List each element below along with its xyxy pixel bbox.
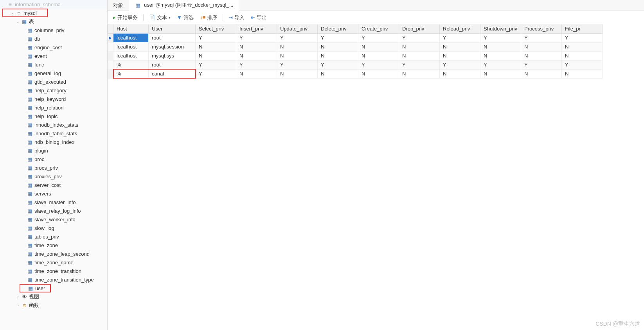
tree-table-server_cost[interactable]: server_cost xyxy=(0,181,107,189)
cell-priv[interactable]: N xyxy=(277,51,318,60)
table-row[interactable]: localhostmysql.sysNNNNNNNNNN xyxy=(108,51,603,60)
tab-objects[interactable]: 对象 xyxy=(108,0,129,11)
cell-priv[interactable]: N xyxy=(440,51,480,60)
filter-button[interactable]: ▼ 筛选 xyxy=(174,13,196,22)
column-header[interactable]: User xyxy=(149,24,196,33)
cell-host[interactable]: localhost xyxy=(113,42,149,51)
tree-table-help_category[interactable]: help_category xyxy=(0,86,107,95)
tree-table-proxies_priv[interactable]: proxies_priv xyxy=(0,172,107,181)
tab-user-table[interactable]: user @mysql (阿里云_docker_mysql_... xyxy=(129,0,239,11)
column-header[interactable]: Delete_priv xyxy=(318,24,358,33)
tree-db-mysql[interactable]: mysql xyxy=(2,9,48,17)
cell-priv[interactable]: N xyxy=(480,51,521,60)
tree-table-plugin[interactable]: plugin xyxy=(0,146,107,155)
cell-priv[interactable]: Y xyxy=(318,33,358,42)
cell-priv[interactable]: Y xyxy=(521,33,562,42)
cell-priv[interactable]: N xyxy=(521,69,562,78)
cell-priv[interactable]: N xyxy=(521,42,562,51)
cell-user[interactable]: root xyxy=(149,60,196,69)
cell-priv[interactable]: Y xyxy=(480,60,521,69)
tree-table-user[interactable]: user xyxy=(20,284,51,292)
column-header[interactable]: Drop_priv xyxy=(399,24,440,33)
cell-host[interactable]: % xyxy=(113,69,149,78)
table-row[interactable]: %canalYNNNNNNNNN xyxy=(108,69,603,78)
tree-table-slave_master_info[interactable]: slave_master_info xyxy=(0,198,107,206)
tree-table-db[interactable]: db xyxy=(0,34,107,43)
cell-priv[interactable]: N xyxy=(480,69,521,78)
cell-priv[interactable]: N xyxy=(399,51,440,60)
cell-priv[interactable]: N xyxy=(562,51,603,60)
cell-priv[interactable]: N xyxy=(236,69,277,78)
tree-table-time_zone_transition_type[interactable]: time_zone_transition_type xyxy=(0,275,107,284)
cell-priv[interactable]: N xyxy=(358,42,399,51)
column-header[interactable]: Insert_priv xyxy=(236,24,277,33)
tree-table-help_topic[interactable]: help_topic xyxy=(0,112,107,120)
tree-table-slave_relay_log_info[interactable]: slave_relay_log_info xyxy=(0,206,107,215)
tree-table-event[interactable]: event xyxy=(0,52,107,60)
cell-user[interactable]: mysql.sys xyxy=(149,51,196,60)
tree-table-time_zone[interactable]: time_zone xyxy=(0,241,107,249)
tree-table-help_relation[interactable]: help_relation xyxy=(0,103,107,112)
column-header[interactable]: Reload_priv xyxy=(440,24,480,33)
cell-priv[interactable]: Y xyxy=(521,60,562,69)
tree-table-engine_cost[interactable]: engine_cost xyxy=(0,43,107,52)
tree-table-columns_priv[interactable]: columns_priv xyxy=(0,26,107,34)
cell-priv[interactable]: N xyxy=(562,69,603,78)
tree-db-information-schema[interactable]: information_schema xyxy=(0,0,107,9)
tree-table-tables_priv[interactable]: tables_priv xyxy=(0,232,107,241)
cell-priv[interactable]: N xyxy=(318,51,358,60)
cell-host[interactable]: localhost xyxy=(113,33,149,42)
cell-host[interactable]: localhost xyxy=(113,51,149,60)
cell-priv[interactable]: Y xyxy=(440,60,480,69)
cell-priv[interactable]: Y xyxy=(318,60,358,69)
tree-table-procs_priv[interactable]: procs_priv xyxy=(0,163,107,172)
cell-priv[interactable]: Y xyxy=(399,33,440,42)
tree-table-servers[interactable]: servers xyxy=(0,189,107,198)
data-grid-container[interactable]: HostUserSelect_privInsert_privUpdate_pri… xyxy=(108,24,644,330)
tree-table-func[interactable]: func xyxy=(0,60,107,69)
cell-priv[interactable]: N xyxy=(277,69,318,78)
cell-priv[interactable]: Y xyxy=(358,33,399,42)
tree-table-gtid_executed[interactable]: gtid_executed xyxy=(0,77,107,86)
cell-priv[interactable]: Y xyxy=(358,60,399,69)
cell-priv[interactable]: Y xyxy=(440,33,480,42)
cell-user[interactable]: mysql.session xyxy=(149,42,196,51)
cell-priv[interactable]: N xyxy=(318,69,358,78)
cell-priv[interactable]: Y xyxy=(562,60,603,69)
column-header[interactable]: Shutdown_priv xyxy=(480,24,521,33)
cell-priv[interactable]: N xyxy=(196,42,236,51)
cell-priv[interactable]: N xyxy=(562,42,603,51)
cell-priv[interactable]: Y xyxy=(236,33,277,42)
tree-table-ndb_binlog_index[interactable]: ndb_binlog_index xyxy=(0,138,107,146)
cell-priv[interactable]: Y xyxy=(196,69,236,78)
tree-views-group[interactable]: 👁 视图 xyxy=(0,292,107,301)
begin-transaction-button[interactable]: ▸ 开始事务 xyxy=(111,13,140,22)
column-header[interactable]: Select_priv xyxy=(196,24,236,33)
cell-priv[interactable]: Y xyxy=(277,33,318,42)
cell-priv[interactable]: N xyxy=(318,42,358,51)
cell-priv[interactable]: N xyxy=(196,51,236,60)
cell-priv[interactable]: N xyxy=(440,42,480,51)
cell-priv[interactable]: N xyxy=(236,51,277,60)
cell-priv[interactable]: Y xyxy=(196,60,236,69)
table-row[interactable]: ▶localhostrootYYYYYYYYYY xyxy=(108,33,603,42)
tree-tables-group[interactable]: 表 xyxy=(0,17,107,26)
cell-priv[interactable]: N xyxy=(236,42,277,51)
text-view-button[interactable]: 📄 文本 ▾ xyxy=(147,13,173,22)
cell-priv[interactable]: N xyxy=(399,42,440,51)
cell-user[interactable]: canal xyxy=(149,69,196,78)
column-header[interactable]: Update_priv xyxy=(277,24,318,33)
tree-functions-group[interactable]: fx 函数 xyxy=(0,301,107,310)
column-header[interactable]: Host xyxy=(113,24,149,33)
export-button[interactable]: ⇤ 导出 xyxy=(248,13,269,22)
cell-priv[interactable]: N xyxy=(358,69,399,78)
import-button[interactable]: ⇥ 导入 xyxy=(226,13,247,22)
table-row[interactable]: %rootYYYYYYYYYY xyxy=(108,60,603,69)
cell-priv[interactable]: Y xyxy=(277,60,318,69)
tree-table-slow_log[interactable]: slow_log xyxy=(0,224,107,232)
cell-priv[interactable]: N xyxy=(358,51,399,60)
cell-priv[interactable]: N xyxy=(399,69,440,78)
tree-table-time_zone_transition[interactable]: time_zone_transition xyxy=(0,267,107,275)
cell-priv[interactable]: N xyxy=(521,51,562,60)
column-header[interactable]: Process_priv xyxy=(521,24,562,33)
